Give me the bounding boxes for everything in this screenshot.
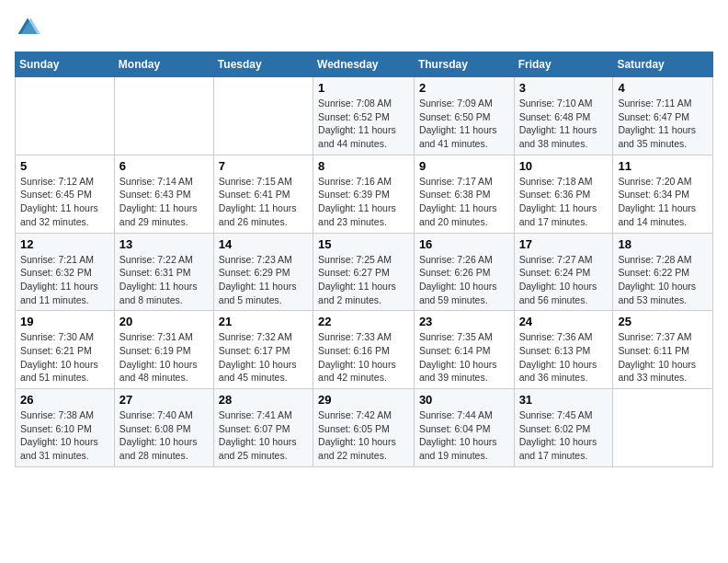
day-number: 7 (219, 159, 308, 173)
calendar-cell: 24Sunrise: 7:36 AM Sunset: 6:13 PM Dayli… (514, 311, 613, 389)
day-number: 9 (419, 159, 509, 173)
calendar-cell: 31Sunrise: 7:45 AM Sunset: 6:02 PM Dayli… (514, 389, 613, 467)
calendar-cell (613, 389, 713, 467)
day-number: 17 (519, 237, 609, 251)
day-number: 15 (318, 237, 409, 251)
cell-info: Sunrise: 7:22 AM Sunset: 6:31 PM Dayligh… (119, 253, 209, 307)
calendar-cell: 4Sunrise: 7:11 AM Sunset: 6:47 PM Daylig… (613, 77, 713, 155)
calendar-cell: 9Sunrise: 7:17 AM Sunset: 6:38 PM Daylig… (414, 155, 514, 233)
day-number: 18 (618, 237, 708, 251)
calendar-week-row: 26Sunrise: 7:38 AM Sunset: 6:10 PM Dayli… (16, 389, 713, 467)
calendar-cell: 27Sunrise: 7:40 AM Sunset: 6:08 PM Dayli… (114, 389, 213, 467)
calendar-cell: 10Sunrise: 7:18 AM Sunset: 6:36 PM Dayli… (514, 155, 613, 233)
day-number: 23 (419, 315, 509, 328)
day-number: 28 (219, 393, 308, 407)
page-header (15, 15, 713, 40)
cell-info: Sunrise: 7:09 AM Sunset: 6:50 PM Dayligh… (419, 97, 509, 151)
day-number: 16 (419, 237, 509, 251)
calendar-cell: 19Sunrise: 7:30 AM Sunset: 6:21 PM Dayli… (16, 311, 115, 389)
day-number: 12 (20, 237, 109, 251)
cell-info: Sunrise: 7:31 AM Sunset: 6:19 PM Dayligh… (119, 330, 209, 385)
day-number: 27 (119, 393, 209, 407)
calendar-table: SundayMondayTuesdayWednesdayThursdayFrid… (15, 52, 713, 467)
cell-info: Sunrise: 7:37 AM Sunset: 6:11 PM Dayligh… (618, 330, 708, 385)
calendar-cell: 26Sunrise: 7:38 AM Sunset: 6:10 PM Dayli… (16, 389, 115, 467)
cell-info: Sunrise: 7:23 AM Sunset: 6:29 PM Dayligh… (219, 253, 308, 307)
calendar-cell: 23Sunrise: 7:35 AM Sunset: 6:14 PM Dayli… (414, 311, 514, 389)
day-number: 2 (419, 81, 509, 95)
calendar-cell: 29Sunrise: 7:42 AM Sunset: 6:05 PM Dayli… (313, 389, 415, 467)
cell-info: Sunrise: 7:30 AM Sunset: 6:21 PM Dayligh… (20, 330, 109, 385)
day-number: 20 (119, 315, 209, 328)
calendar-cell: 28Sunrise: 7:41 AM Sunset: 6:07 PM Dayli… (213, 389, 313, 467)
logo (15, 15, 44, 40)
day-number: 5 (20, 159, 109, 173)
day-number: 31 (519, 393, 609, 407)
cell-info: Sunrise: 7:17 AM Sunset: 6:38 PM Dayligh… (419, 175, 509, 229)
calendar-cell: 22Sunrise: 7:33 AM Sunset: 6:16 PM Dayli… (313, 311, 415, 389)
calendar-cell (213, 77, 313, 155)
calendar-week-row: 19Sunrise: 7:30 AM Sunset: 6:21 PM Dayli… (16, 311, 713, 389)
day-number: 22 (318, 315, 409, 328)
cell-info: Sunrise: 7:26 AM Sunset: 6:26 PM Dayligh… (419, 253, 509, 307)
column-header-wednesday: Wednesday (313, 52, 415, 77)
calendar-cell: 2Sunrise: 7:09 AM Sunset: 6:50 PM Daylig… (414, 77, 514, 155)
cell-info: Sunrise: 7:11 AM Sunset: 6:47 PM Dayligh… (618, 97, 708, 151)
day-number: 25 (618, 315, 708, 328)
cell-info: Sunrise: 7:44 AM Sunset: 6:04 PM Dayligh… (419, 408, 509, 463)
day-number: 6 (119, 159, 209, 173)
cell-info: Sunrise: 7:10 AM Sunset: 6:48 PM Dayligh… (519, 97, 609, 151)
cell-info: Sunrise: 7:32 AM Sunset: 6:17 PM Dayligh… (219, 330, 308, 385)
calendar-cell: 6Sunrise: 7:14 AM Sunset: 6:43 PM Daylig… (114, 155, 213, 233)
calendar-cell: 11Sunrise: 7:20 AM Sunset: 6:34 PM Dayli… (613, 155, 713, 233)
calendar-cell: 13Sunrise: 7:22 AM Sunset: 6:31 PM Dayli… (114, 233, 213, 311)
column-header-monday: Monday (114, 52, 213, 77)
calendar-cell: 8Sunrise: 7:16 AM Sunset: 6:39 PM Daylig… (313, 155, 415, 233)
cell-info: Sunrise: 7:27 AM Sunset: 6:24 PM Dayligh… (519, 253, 609, 307)
calendar-cell: 5Sunrise: 7:12 AM Sunset: 6:45 PM Daylig… (16, 155, 115, 233)
cell-info: Sunrise: 7:35 AM Sunset: 6:14 PM Dayligh… (419, 330, 509, 385)
cell-info: Sunrise: 7:21 AM Sunset: 6:32 PM Dayligh… (20, 253, 109, 307)
calendar-week-row: 12Sunrise: 7:21 AM Sunset: 6:32 PM Dayli… (16, 233, 713, 311)
cell-info: Sunrise: 7:40 AM Sunset: 6:08 PM Dayligh… (119, 408, 209, 463)
calendar-cell: 7Sunrise: 7:15 AM Sunset: 6:41 PM Daylig… (213, 155, 313, 233)
cell-info: Sunrise: 7:12 AM Sunset: 6:45 PM Dayligh… (20, 175, 109, 229)
day-number: 24 (519, 315, 609, 328)
cell-info: Sunrise: 7:45 AM Sunset: 6:02 PM Dayligh… (519, 408, 609, 463)
day-number: 19 (20, 315, 109, 328)
cell-info: Sunrise: 7:38 AM Sunset: 6:10 PM Dayligh… (20, 408, 109, 463)
calendar-header-row: SundayMondayTuesdayWednesdayThursdayFrid… (16, 52, 713, 77)
calendar-cell: 16Sunrise: 7:26 AM Sunset: 6:26 PM Dayli… (414, 233, 514, 311)
day-number: 14 (219, 237, 308, 251)
day-number: 30 (419, 393, 509, 407)
calendar-week-row: 5Sunrise: 7:12 AM Sunset: 6:45 PM Daylig… (16, 155, 713, 233)
cell-info: Sunrise: 7:20 AM Sunset: 6:34 PM Dayligh… (618, 175, 708, 229)
cell-info: Sunrise: 7:28 AM Sunset: 6:22 PM Dayligh… (618, 253, 708, 307)
logo-icon (15, 15, 40, 40)
day-number: 4 (618, 81, 708, 95)
calendar-cell: 1Sunrise: 7:08 AM Sunset: 6:52 PM Daylig… (313, 77, 415, 155)
cell-info: Sunrise: 7:42 AM Sunset: 6:05 PM Dayligh… (318, 408, 409, 463)
column-header-tuesday: Tuesday (213, 52, 313, 77)
calendar-cell: 30Sunrise: 7:44 AM Sunset: 6:04 PM Dayli… (414, 389, 514, 467)
calendar-cell: 20Sunrise: 7:31 AM Sunset: 6:19 PM Dayli… (114, 311, 213, 389)
day-number: 29 (318, 393, 409, 407)
calendar-cell: 18Sunrise: 7:28 AM Sunset: 6:22 PM Dayli… (613, 233, 713, 311)
calendar-week-row: 1Sunrise: 7:08 AM Sunset: 6:52 PM Daylig… (16, 77, 713, 155)
calendar-cell: 14Sunrise: 7:23 AM Sunset: 6:29 PM Dayli… (213, 233, 313, 311)
day-number: 11 (618, 159, 708, 173)
cell-info: Sunrise: 7:15 AM Sunset: 6:41 PM Dayligh… (219, 175, 308, 229)
cell-info: Sunrise: 7:08 AM Sunset: 6:52 PM Dayligh… (318, 97, 409, 151)
calendar-cell: 12Sunrise: 7:21 AM Sunset: 6:32 PM Dayli… (16, 233, 115, 311)
cell-info: Sunrise: 7:18 AM Sunset: 6:36 PM Dayligh… (519, 175, 609, 229)
cell-info: Sunrise: 7:36 AM Sunset: 6:13 PM Dayligh… (519, 330, 609, 385)
calendar-cell: 25Sunrise: 7:37 AM Sunset: 6:11 PM Dayli… (613, 311, 713, 389)
calendar-cell: 3Sunrise: 7:10 AM Sunset: 6:48 PM Daylig… (514, 77, 613, 155)
calendar-cell: 21Sunrise: 7:32 AM Sunset: 6:17 PM Dayli… (213, 311, 313, 389)
day-number: 21 (219, 315, 308, 328)
column-header-sunday: Sunday (16, 52, 115, 77)
cell-info: Sunrise: 7:33 AM Sunset: 6:16 PM Dayligh… (318, 330, 409, 385)
cell-info: Sunrise: 7:25 AM Sunset: 6:27 PM Dayligh… (318, 253, 409, 307)
calendar-cell: 17Sunrise: 7:27 AM Sunset: 6:24 PM Dayli… (514, 233, 613, 311)
day-number: 13 (119, 237, 209, 251)
